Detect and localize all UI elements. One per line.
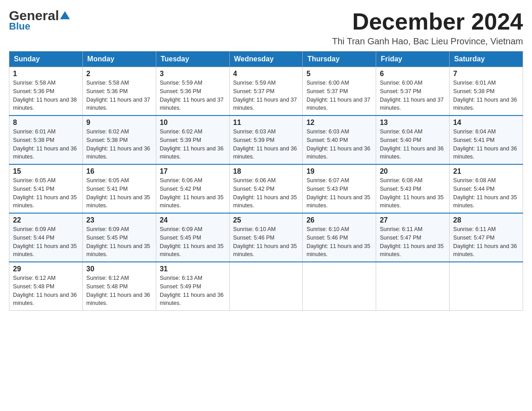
day-info: Sunrise: 5:59 AM Sunset: 5:37 PM Dayligh… [233,79,299,112]
day-of-week-header: Sunday [9,51,83,67]
day-info: Sunrise: 6:01 AM Sunset: 5:38 PM Dayligh… [13,128,79,161]
calendar-cell: 4 Sunrise: 5:59 AM Sunset: 5:37 PM Dayli… [229,67,303,116]
calendar-cell: 3 Sunrise: 5:59 AM Sunset: 5:36 PM Dayli… [156,67,229,116]
day-number: 2 [86,70,152,78]
day-number: 14 [453,119,519,127]
day-info: Sunrise: 6:01 AM Sunset: 5:38 PM Dayligh… [453,79,519,112]
calendar-week-row: 15 Sunrise: 6:05 AM Sunset: 5:41 PM Dayl… [9,164,523,213]
day-info: Sunrise: 6:08 AM Sunset: 5:43 PM Dayligh… [380,176,446,210]
day-number: 23 [86,216,152,224]
day-info: Sunrise: 6:00 AM Sunset: 5:37 PM Dayligh… [306,79,372,112]
calendar-cell: 5 Sunrise: 6:00 AM Sunset: 5:37 PM Dayli… [303,67,376,116]
day-info: Sunrise: 6:06 AM Sunset: 5:42 PM Dayligh… [233,176,299,210]
day-number: 21 [453,167,519,176]
calendar-cell: 7 Sunrise: 6:01 AM Sunset: 5:38 PM Dayli… [450,67,523,116]
day-info: Sunrise: 6:05 AM Sunset: 5:41 PM Dayligh… [86,176,152,210]
day-number: 10 [160,119,226,127]
day-number: 8 [13,119,79,127]
day-info: Sunrise: 6:12 AM Sunset: 5:48 PM Dayligh… [86,274,152,308]
day-info: Sunrise: 6:02 AM Sunset: 5:39 PM Dayligh… [160,128,226,161]
day-info: Sunrise: 6:12 AM Sunset: 5:48 PM Dayligh… [13,274,79,308]
day-number: 28 [453,216,519,224]
day-info: Sunrise: 6:09 AM Sunset: 5:45 PM Dayligh… [86,225,152,259]
calendar-cell: 24 Sunrise: 6:09 AM Sunset: 5:45 PM Dayl… [156,213,229,262]
day-number: 11 [233,119,299,127]
calendar-cell: 13 Sunrise: 6:04 AM Sunset: 5:40 PM Dayl… [376,116,450,164]
day-number: 1 [13,70,79,78]
day-number: 18 [233,167,299,176]
day-info: Sunrise: 5:59 AM Sunset: 5:36 PM Dayligh… [160,79,226,112]
day-number: 25 [233,216,299,224]
calendar-cell: 30 Sunrise: 6:12 AM Sunset: 5:48 PM Dayl… [82,262,156,311]
day-number: 19 [306,167,372,176]
calendar-cell: 15 Sunrise: 6:05 AM Sunset: 5:41 PM Dayl… [9,164,83,213]
day-info: Sunrise: 6:02 AM Sunset: 5:38 PM Dayligh… [86,128,152,161]
day-number: 20 [380,167,446,176]
day-info: Sunrise: 6:00 AM Sunset: 5:37 PM Dayligh… [380,79,446,112]
day-number: 15 [13,167,79,176]
calendar-cell: 27 Sunrise: 6:11 AM Sunset: 5:47 PM Dayl… [376,213,450,262]
day-number: 29 [13,265,79,273]
day-info: Sunrise: 6:07 AM Sunset: 5:43 PM Dayligh… [306,176,372,210]
day-info: Sunrise: 5:58 AM Sunset: 5:36 PM Dayligh… [86,79,152,112]
month-title: December 2024 [332,9,523,34]
day-number: 9 [86,119,152,127]
day-info: Sunrise: 6:10 AM Sunset: 5:46 PM Dayligh… [306,225,372,259]
day-number: 26 [306,216,372,224]
day-info: Sunrise: 6:13 AM Sunset: 5:49 PM Dayligh… [160,274,226,308]
calendar-table: SundayMondayTuesdayWednesdayThursdayFrid… [9,51,523,311]
calendar-cell: 1 Sunrise: 5:58 AM Sunset: 5:36 PM Dayli… [9,67,83,116]
calendar-cell: 11 Sunrise: 6:03 AM Sunset: 5:39 PM Dayl… [229,116,303,164]
day-info: Sunrise: 6:11 AM Sunset: 5:47 PM Dayligh… [380,225,446,259]
day-number: 22 [13,216,79,224]
calendar-cell: 28 Sunrise: 6:11 AM Sunset: 5:47 PM Dayl… [450,213,523,262]
day-info: Sunrise: 5:58 AM Sunset: 5:36 PM Dayligh… [13,79,79,112]
calendar-cell: 8 Sunrise: 6:01 AM Sunset: 5:38 PM Dayli… [9,116,83,164]
day-number: 17 [160,167,226,176]
calendar-cell: 18 Sunrise: 6:06 AM Sunset: 5:42 PM Dayl… [229,164,303,213]
svg-marker-0 [60,11,70,19]
calendar-week-row: 8 Sunrise: 6:01 AM Sunset: 5:38 PM Dayli… [9,116,523,164]
day-info: Sunrise: 6:08 AM Sunset: 5:44 PM Dayligh… [453,176,519,210]
calendar-cell: 20 Sunrise: 6:08 AM Sunset: 5:43 PM Dayl… [376,164,450,213]
page-header: General Blue December 2024 Thi Tran Ganh… [9,9,523,47]
day-of-week-header: Tuesday [156,51,229,67]
day-info: Sunrise: 6:09 AM Sunset: 5:45 PM Dayligh… [160,225,226,259]
day-info: Sunrise: 6:09 AM Sunset: 5:44 PM Dayligh… [13,225,79,259]
day-info: Sunrise: 6:04 AM Sunset: 5:41 PM Dayligh… [453,128,519,161]
day-info: Sunrise: 6:04 AM Sunset: 5:40 PM Dayligh… [380,128,446,161]
title-block: December 2024 Thi Tran Ganh Hao, Bac Lie… [332,9,523,47]
logo-blue: Blue [9,21,30,32]
calendar-cell: 21 Sunrise: 6:08 AM Sunset: 5:44 PM Dayl… [450,164,523,213]
day-number: 12 [306,119,372,127]
calendar-cell: 10 Sunrise: 6:02 AM Sunset: 5:39 PM Dayl… [156,116,229,164]
calendar-cell: 14 Sunrise: 6:04 AM Sunset: 5:41 PM Dayl… [450,116,523,164]
calendar-cell: 29 Sunrise: 6:12 AM Sunset: 5:48 PM Dayl… [9,262,83,311]
day-number: 13 [380,119,446,127]
day-info: Sunrise: 6:10 AM Sunset: 5:46 PM Dayligh… [233,225,299,259]
calendar-cell: 16 Sunrise: 6:05 AM Sunset: 5:41 PM Dayl… [82,164,156,213]
day-info: Sunrise: 6:05 AM Sunset: 5:41 PM Dayligh… [13,176,79,210]
calendar-header-row: SundayMondayTuesdayWednesdayThursdayFrid… [9,51,523,67]
calendar-cell [229,262,303,311]
calendar-cell: 26 Sunrise: 6:10 AM Sunset: 5:46 PM Dayl… [303,213,376,262]
day-info: Sunrise: 6:03 AM Sunset: 5:39 PM Dayligh… [233,128,299,161]
calendar-cell: 6 Sunrise: 6:00 AM Sunset: 5:37 PM Dayli… [376,67,450,116]
calendar-cell: 2 Sunrise: 5:58 AM Sunset: 5:36 PM Dayli… [82,67,156,116]
calendar-week-row: 1 Sunrise: 5:58 AM Sunset: 5:36 PM Dayli… [9,67,523,116]
calendar-cell [376,262,450,311]
calendar-cell: 12 Sunrise: 6:03 AM Sunset: 5:40 PM Dayl… [303,116,376,164]
day-info: Sunrise: 6:11 AM Sunset: 5:47 PM Dayligh… [453,225,519,259]
calendar-cell: 22 Sunrise: 6:09 AM Sunset: 5:44 PM Dayl… [9,213,83,262]
day-number: 27 [380,216,446,224]
day-number: 7 [453,70,519,78]
calendar-cell: 9 Sunrise: 6:02 AM Sunset: 5:38 PM Dayli… [82,116,156,164]
day-number: 3 [160,70,226,78]
calendar-cell: 25 Sunrise: 6:10 AM Sunset: 5:46 PM Dayl… [229,213,303,262]
day-of-week-header: Monday [82,51,156,67]
calendar-cell: 31 Sunrise: 6:13 AM Sunset: 5:49 PM Dayl… [156,262,229,311]
logo-triangle-icon [60,10,70,20]
calendar-cell: 23 Sunrise: 6:09 AM Sunset: 5:45 PM Dayl… [82,213,156,262]
day-of-week-header: Saturday [450,51,523,67]
day-number: 16 [86,167,152,176]
